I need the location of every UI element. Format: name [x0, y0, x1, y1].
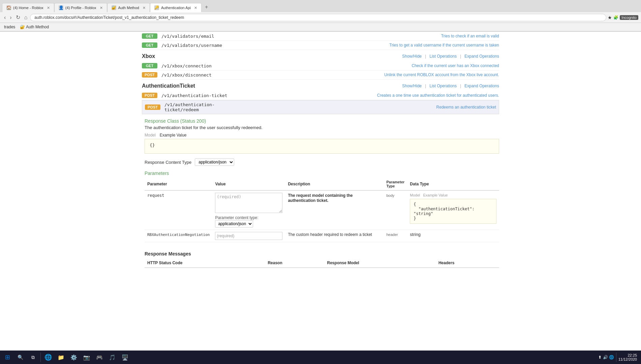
- params-header-row: Parameter Value Description ParameterTyp…: [145, 178, 499, 190]
- auth-ticket-path: /v1/authentication-ticket: [161, 93, 229, 98]
- toolbar-bar: trades 🔐 Auth Method: [0, 23, 641, 31]
- validators-username-path: /v1/validators/username: [161, 43, 229, 48]
- param-value-request: (required) Parameter content type: appli…: [212, 190, 285, 230]
- auth-ticket-section-title: AuthenticationTicket: [142, 83, 195, 89]
- auth-ticket-expand-operations[interactable]: Expand Operations: [464, 84, 499, 88]
- response-messages-header-row: HTTP Status Code Reason Response Model H…: [145, 259, 499, 268]
- get-badge-username[interactable]: GET: [142, 42, 157, 48]
- params-table-header: Parameter Value Description ParameterTyp…: [145, 178, 499, 190]
- auth-ticket-redeem-desc: Redeems an authentication ticket: [232, 105, 496, 110]
- tab-auth-method[interactable]: 🔐 Auth Method ✕: [107, 3, 150, 12]
- validators-email-desc: Tries to check if an email is valid: [229, 34, 499, 38]
- forward-button[interactable]: ›: [8, 14, 13, 21]
- col-value: Value: [212, 178, 285, 190]
- col-parameter: Parameter: [145, 178, 212, 190]
- nav-bar: ‹ › ↻ ⌂ ★ 🧩 Incognito: [0, 12, 641, 23]
- response-class-title[interactable]: Response Class (Status 200): [145, 118, 499, 124]
- tab-home-close[interactable]: ✕: [47, 6, 50, 10]
- param-type-request: body: [384, 190, 407, 230]
- response-content-type-select[interactable]: application/json: [195, 158, 234, 166]
- table-row: RBXAuthenticationNegotiation The custom …: [145, 230, 499, 242]
- response-content-type-label: Response Content Type: [145, 160, 191, 165]
- browser-chrome: 🏠 (4) Home - Roblox ✕ 👤 (4) Profile - Ro…: [0, 0, 641, 32]
- tab-profile-label: (4) Profile - Roblox: [65, 6, 96, 10]
- tab-auth-method-label: Auth Method: [118, 6, 139, 10]
- request-json-example: { "authenticationTicket": "string"}: [410, 199, 496, 224]
- response-messages-title: Response Messages: [145, 248, 499, 259]
- auth-ticket-redeem-path: /v1/authentication-ticket/redeem: [164, 102, 232, 112]
- model-tabs: Model Example Value: [145, 133, 499, 138]
- response-messages-section: Response Messages HTTP Status Code Reaso…: [142, 248, 499, 268]
- tab-auth-api-label: Authentication Api: [161, 6, 191, 10]
- validators-username-row: GET /v1/validators/username Tries to get…: [142, 41, 499, 50]
- xbox-expand-operations[interactable]: Expand Operations: [464, 54, 499, 59]
- validators-username-desc: Tries to get a valid username if the cur…: [229, 43, 499, 48]
- xbox-show-hide[interactable]: Show/Hide: [402, 54, 426, 59]
- auth-ticket-list-operations[interactable]: List Operations: [429, 84, 461, 88]
- get-badge-xbox-connection[interactable]: GET: [142, 63, 157, 68]
- tab-profile-close[interactable]: ✕: [100, 6, 103, 10]
- toolbar-auth-method[interactable]: 🔐 Auth Method: [19, 24, 50, 30]
- col-reason: Reason: [265, 259, 324, 268]
- request-input[interactable]: (required): [215, 193, 282, 213]
- params-table-body: request (required) Parameter content typ…: [145, 190, 499, 242]
- tab-home[interactable]: 🏠 (4) Home - Roblox ✕: [2, 3, 54, 12]
- tab-auth-method-close[interactable]: ✕: [143, 6, 146, 10]
- auth-ticket-section: AuthenticationTicket Show/Hide List Oper…: [142, 80, 499, 268]
- tab-home-label: (4) Home - Roblox: [13, 6, 43, 10]
- home-button[interactable]: ⌂: [23, 14, 29, 21]
- parameters-title[interactable]: Parameters: [145, 169, 499, 178]
- tab-profile-favicon: 👤: [59, 5, 63, 10]
- param-name-rbx: RBXAuthenticationNegotiation: [145, 230, 212, 242]
- refresh-button[interactable]: ↻: [14, 13, 22, 21]
- post-badge-auth-ticket-redeem[interactable]: POST: [145, 104, 160, 110]
- back-button[interactable]: ‹: [3, 14, 7, 21]
- get-badge-email[interactable]: GET: [142, 33, 157, 39]
- params-table: Parameter Value Description ParameterTyp…: [145, 178, 499, 242]
- response-messages-header: HTTP Status Code Reason Response Model H…: [145, 259, 499, 268]
- toolbar-trades[interactable]: trades: [3, 24, 17, 30]
- auth-ticket-show-hide[interactable]: Show/Hide: [402, 84, 426, 88]
- model-tab-model[interactable]: Model: [145, 133, 156, 138]
- extensions-icon[interactable]: 🧩: [613, 15, 618, 20]
- auth-ticket-post-row: POST /v1/authentication-ticket Creates a…: [142, 91, 499, 100]
- response-class-code: {}: [145, 139, 499, 154]
- tab-auth-api[interactable]: 🔑 Authentication Api ✕: [150, 3, 202, 12]
- nav-icons: ★ 🧩 Incognito: [608, 15, 638, 20]
- rbx-input[interactable]: [215, 232, 282, 240]
- address-bar[interactable]: [30, 14, 606, 21]
- col-http-status: HTTP Status Code: [145, 259, 265, 268]
- post-badge-auth-ticket[interactable]: POST: [142, 93, 157, 98]
- tab-auth-api-favicon: 🔑: [154, 5, 159, 10]
- auth-ticket-desc: Creates a one time use authentication ti…: [229, 93, 499, 98]
- param-desc-rbx: The custom header required to redeem a t…: [285, 230, 384, 242]
- new-tab-button[interactable]: +: [202, 2, 211, 12]
- main-content: GET /v1/validators/email Tries to check …: [135, 32, 506, 281]
- col-headers: Headers: [436, 259, 499, 268]
- validators-section: GET /v1/validators/email Tries to check …: [142, 32, 499, 50]
- post-badge-xbox-disconnect[interactable]: POST: [142, 72, 157, 78]
- validators-email-path: /v1/validators/email: [161, 34, 229, 39]
- xbox-section-title: Xbox: [142, 53, 155, 59]
- xbox-disconnect-row: POST /v1/xbox/disconnect Unlink the curr…: [142, 70, 499, 80]
- param-content-type-select[interactable]: application/json: [215, 220, 253, 228]
- tab-home-favicon: 🏠: [6, 5, 11, 10]
- tab-auth-api-close[interactable]: ✕: [194, 6, 197, 10]
- xbox-section-actions: Show/Hide List Operations Expand Operati…: [402, 54, 499, 59]
- col-description: Description: [285, 178, 384, 190]
- col-data-type: Data Type: [407, 178, 499, 190]
- tab-profile[interactable]: 👤 (4) Profile - Roblox ✕: [54, 3, 107, 12]
- param-desc-request: The request model containing the authent…: [285, 190, 384, 230]
- data-type-request: Model Example Value { "authenticationTic…: [407, 190, 499, 230]
- response-content-type-row: Response Content Type application/json: [142, 156, 499, 169]
- response-messages-table: HTTP Status Code Reason Response Model H…: [145, 259, 499, 268]
- xbox-section: Xbox Show/Hide List Operations Expand Op…: [142, 50, 499, 80]
- xbox-disconnect-desc: Unlink the current ROBLOX account from t…: [229, 72, 499, 77]
- bookmark-icon[interactable]: ★: [608, 15, 612, 20]
- model-tab-example[interactable]: Example Value: [160, 133, 187, 138]
- param-value-rbx: [212, 230, 285, 242]
- xbox-list-operations[interactable]: List Operations: [429, 54, 461, 59]
- incognito-label: Incognito: [620, 15, 638, 20]
- param-name-request: request: [145, 190, 212, 230]
- auth-ticket-section-actions: Show/Hide List Operations Expand Operati…: [402, 84, 499, 88]
